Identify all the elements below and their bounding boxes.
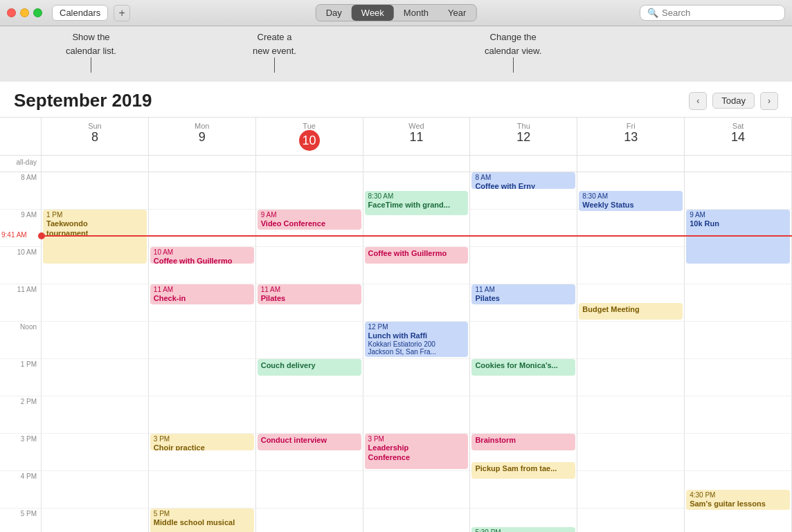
allday-thu	[470, 156, 577, 172]
allday-row: all-day	[0, 156, 792, 172]
event-10k-run[interactable]: 9 AM10k Run	[686, 210, 790, 264]
time-cell-d0-h7[interactable]	[42, 434, 149, 471]
time-cell-d6-h0[interactable]	[685, 172, 792, 210]
event-pickup-sam[interactable]: Pickup Sam from tae...	[471, 462, 575, 479]
event-brainstorm[interactable]: Brainstorm	[471, 434, 575, 450]
header-spacer	[0, 118, 42, 155]
time-cell-d0-h4[interactable]	[42, 322, 149, 359]
calendars-button[interactable]: Calendars	[52, 5, 108, 21]
day-header-mon: Mon 9	[149, 118, 256, 155]
time-cell-d3-h9[interactable]	[363, 508, 471, 532]
event-cookies[interactable]: Cookies for Monica's...	[471, 359, 575, 376]
titlebar: Calendars + Day Week Month Year 🔍	[0, 0, 792, 26]
time-cell-d5-h8[interactable]	[577, 471, 685, 508]
allday-wed	[363, 156, 471, 172]
event-dinner-grandma[interactable]: 5:30 PMDinner with grandmaBoulevard 1 Mi…	[471, 527, 575, 532]
time-cell-d6-h7[interactable]	[685, 434, 792, 471]
time-cell-d4-h1[interactable]	[470, 210, 577, 247]
today-button[interactable]: Today	[712, 93, 755, 109]
search-input[interactable]	[662, 8, 777, 18]
event-middle-school[interactable]: 5 PMMiddle school musical	[150, 508, 254, 532]
event-coffee-erny[interactable]: 8 AMCoffee with ErnyPhil...	[471, 172, 575, 189]
time-cell-d2-h9[interactable]	[256, 508, 363, 532]
allday-sun	[42, 156, 149, 172]
time-cell-d1-h6[interactable]	[149, 396, 256, 434]
nav-controls: ‹ Today ›	[689, 92, 778, 110]
time-cell-d0-h0[interactable]	[42, 172, 149, 210]
time-cell-d5-h9[interactable]	[577, 508, 685, 532]
annotation-change-view: Change thecalendar view.	[485, 30, 541, 57]
time-cell-d6-h3[interactable]	[685, 284, 792, 322]
next-button[interactable]: ›	[760, 92, 778, 110]
time-grid-wrapper: 8 AM9 AM10 AM11 AMNoon1 PM2 PM3 PM4 PM5 …	[0, 172, 792, 532]
event-lunch-raffi[interactable]: 12 PMLunch with RaffiKokkari Estiatorio …	[365, 322, 469, 357]
time-cell-d2-h4[interactable]	[256, 322, 363, 359]
time-cell-d3-h3[interactable]	[363, 284, 471, 322]
view-month-button[interactable]: Month	[394, 5, 438, 21]
time-cell-d0-h8[interactable]	[42, 471, 149, 508]
traffic-lights	[7, 8, 42, 17]
event-coffee-mon[interactable]: 10 AMCoffee with Guillermo	[150, 247, 254, 264]
time-cell-d5-h1[interactable]	[577, 210, 685, 247]
event-budget[interactable]: Budget Meeting	[579, 303, 683, 320]
time-cell-d2-h6[interactable]	[256, 396, 363, 434]
time-cell-d4-h4[interactable]	[470, 322, 577, 359]
time-cell-d5-h4[interactable]	[577, 322, 685, 359]
time-cell-d5-h6[interactable]	[577, 396, 685, 434]
view-year-button[interactable]: Year	[438, 5, 476, 21]
event-weekly-status[interactable]: 8:30 AMWeekly Status	[579, 191, 683, 211]
time-grid: 8 AM9 AM10 AM11 AMNoon1 PM2 PM3 PM4 PM5 …	[0, 172, 792, 532]
time-cell-d0-h6[interactable]	[42, 396, 149, 434]
time-cell-d1-h8[interactable]	[149, 471, 256, 508]
time-label-4: Noon	[0, 322, 42, 359]
time-cell-d1-h0[interactable]	[149, 172, 256, 210]
event-pilates-tue[interactable]: 11 AMPilates	[258, 284, 361, 304]
time-label-5: 1 PM	[0, 359, 42, 396]
time-cell-d5-h2[interactable]	[577, 247, 685, 284]
prev-button[interactable]: ‹	[689, 92, 707, 110]
time-cell-d5-h7[interactable]	[577, 434, 685, 471]
view-week-button[interactable]: Week	[352, 5, 394, 21]
plus-icon: +	[119, 7, 125, 19]
time-cell-d4-h6[interactable]	[470, 396, 577, 434]
time-cell-d3-h8[interactable]	[363, 471, 471, 508]
time-cell-d1-h5[interactable]	[149, 359, 256, 396]
time-cell-d2-h8[interactable]	[256, 471, 363, 508]
time-cell-d6-h9[interactable]	[685, 508, 792, 532]
time-cell-d2-h2[interactable]	[256, 247, 363, 284]
time-label-6: 2 PM	[0, 396, 42, 434]
time-cell-d5-h5[interactable]	[577, 359, 685, 396]
event-guitar[interactable]: 4:30 PMSam's guitar lessons	[686, 490, 790, 510]
time-cell-d0-h9[interactable]	[42, 508, 149, 532]
time-cell-d2-h0[interactable]	[256, 172, 363, 210]
event-pilates-thu[interactable]: 11 AMPilates	[471, 284, 575, 304]
event-coffee-wed[interactable]: Coffee with Guillermo	[365, 247, 469, 264]
event-taekwondo[interactable]: 1 PMTaekwondotournament	[43, 210, 147, 264]
event-video-conf[interactable]: 9 AMVideo Conference	[258, 210, 361, 230]
time-cell-d0-h3[interactable]	[42, 284, 149, 322]
calendar-main: September 2019 ‹ Today › Sun 8 Mon 9 Tue…	[0, 82, 792, 532]
time-cell-d6-h5[interactable]	[685, 359, 792, 396]
time-cell-d3-h1[interactable]	[363, 210, 471, 247]
event-conduct[interactable]: Conduct interview	[258, 434, 361, 450]
search-icon: 🔍	[647, 8, 658, 18]
event-couch[interactable]: Couch delivery	[258, 359, 361, 376]
time-cell-d6-h6[interactable]	[685, 396, 792, 434]
view-day-button[interactable]: Day	[316, 5, 352, 21]
time-cell-d0-h5[interactable]	[42, 359, 149, 396]
time-cell-d4-h2[interactable]	[470, 247, 577, 284]
event-leadership[interactable]: 3 PMLeadershipConference	[365, 434, 469, 469]
time-cell-d3-h5[interactable]	[363, 359, 471, 396]
close-button[interactable]	[7, 8, 16, 17]
time-cell-d1-h1[interactable]	[149, 210, 256, 247]
time-cell-d3-h6[interactable]	[363, 396, 471, 434]
minimize-button[interactable]	[20, 8, 29, 17]
time-cell-d1-h4[interactable]	[149, 322, 256, 359]
add-event-button[interactable]: +	[114, 5, 130, 21]
time-cell-d6-h4[interactable]	[685, 322, 792, 359]
calendars-label: Calendars	[60, 8, 100, 18]
event-choir-mon[interactable]: 3 PMChoir practice	[150, 434, 254, 450]
event-checkin[interactable]: 11 AMCheck-in	[150, 284, 254, 304]
event-facetime[interactable]: 8:30 AMFaceTime with grand...	[365, 191, 469, 215]
maximize-button[interactable]	[33, 8, 42, 17]
